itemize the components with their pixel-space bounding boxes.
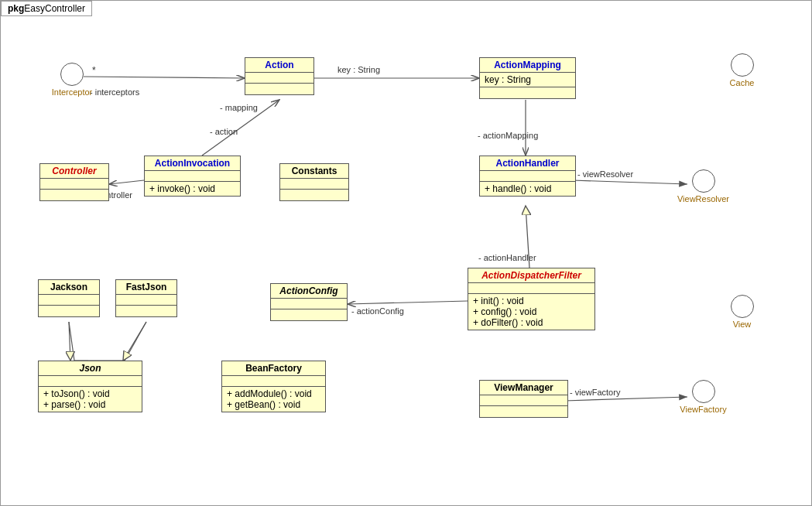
class-ActionDispatcherFilter: ActionDispatcherFilter + init() : void+ … [468, 268, 595, 330]
interface-ViewResolver: ViewResolver [674, 169, 732, 203]
pkg-keyword: pkg [8, 3, 24, 14]
svg-line-19 [348, 301, 468, 304]
class-Json-attrs [39, 376, 142, 387]
class-ActionDispatcherFilter-methods: + init() : void+ config() : void+ doFilt… [468, 294, 594, 330]
interface-Cache: Cache [721, 53, 763, 87]
class-ActionMapping-methods [480, 87, 575, 98]
class-FastJson-attrs [116, 295, 176, 306]
class-Jackson-title: Jackson [39, 280, 99, 295]
class-ViewManager: ViewManager [479, 380, 568, 418]
svg-text:- action: - action [210, 127, 238, 136]
class-ActionHandler-methods: + handle() : void [480, 182, 575, 196]
svg-line-27 [564, 397, 687, 401]
class-ActionHandler-title: ActionHandler [480, 156, 575, 171]
svg-text:- actionHandler: - actionHandler [478, 253, 536, 262]
view-circle [731, 295, 754, 318]
class-Json: Json + toJson() : void+ parse() : void [38, 361, 142, 412]
package-label: pkgEasyController [1, 1, 92, 16]
class-ActionInvocation: ActionInvocation + invoke() : void [144, 156, 241, 197]
class-Constants: Constants [279, 163, 349, 201]
class-FastJson-methods [116, 306, 176, 316]
class-Action-methods [245, 84, 313, 94]
diagram-container: pkgEasyController * - inte [0, 0, 812, 506]
svg-text:- viewFactory: - viewFactory [570, 388, 621, 397]
svg-line-17 [526, 206, 529, 268]
viewresolver-circle [692, 169, 715, 193]
class-ActionConfig-title: ActionConfig [271, 284, 347, 299]
class-Jackson-methods [39, 306, 99, 316]
svg-text:key : String: key : String [337, 65, 380, 74]
class-Constants-attrs [280, 179, 348, 190]
interface-ViewFactory: ViewFactory [674, 380, 732, 414]
class-Json-title: Json [39, 361, 142, 376]
class-Jackson: Jackson [38, 279, 100, 317]
class-ActionInvocation-title: ActionInvocation [145, 156, 240, 171]
class-ActionMapping-attrs: key : String [480, 73, 575, 87]
class-Action-title: Action [245, 58, 313, 73]
interceptor-circle [60, 63, 84, 86]
class-ActionInvocation-methods: + invoke() : void [145, 182, 240, 196]
svg-line-8 [202, 100, 279, 156]
class-Controller-title: Controller [40, 164, 108, 179]
class-BeanFactory-attrs [222, 376, 325, 387]
class-Controller-methods [40, 190, 108, 200]
class-FastJson-title: FastJson [116, 280, 176, 295]
class-ActionHandler: ActionHandler + handle() : void [479, 156, 576, 197]
class-ActionHandler-attrs [480, 171, 575, 182]
interface-View: View [721, 295, 763, 329]
svg-line-12 [109, 180, 144, 184]
viewresolver-label: ViewResolver [674, 194, 732, 203]
class-Json-methods: + toJson() : void+ parse() : void [39, 387, 142, 412]
class-Controller-attrs [40, 179, 108, 190]
class-BeanFactory: BeanFactory + addModule() : void+ getBea… [221, 361, 326, 412]
cache-circle [731, 53, 754, 77]
svg-line-22 [125, 322, 146, 361]
svg-text:- interceptors: - interceptors [90, 87, 140, 97]
class-Action-attrs [245, 73, 313, 84]
class-ViewManager-methods [480, 406, 567, 417]
view-label: View [721, 320, 763, 329]
class-ViewManager-attrs [480, 395, 567, 406]
class-ViewManager-title: ViewManager [480, 381, 567, 395]
interceptor-label: Interceptor [49, 87, 95, 97]
class-ActionMapping-title: ActionMapping [480, 58, 575, 73]
class-FastJson: FastJson [115, 279, 177, 317]
class-ActionMapping: ActionMapping key : String [479, 57, 576, 99]
class-Jackson-attrs [39, 295, 99, 306]
svg-line-15 [572, 180, 687, 184]
class-BeanFactory-methods: + addModule() : void+ getBean() : void [222, 387, 325, 412]
svg-line-26 [123, 322, 146, 361]
svg-line-25 [69, 322, 70, 361]
cache-label: Cache [721, 78, 763, 87]
svg-text:- actionMapping: - actionMapping [478, 131, 538, 140]
svg-line-21 [69, 322, 74, 361]
class-ActionInvocation-attrs [145, 171, 240, 182]
class-ActionConfig: ActionConfig [270, 283, 348, 321]
class-Constants-title: Constants [280, 164, 348, 179]
class-ActionDispatcherFilter-attrs [468, 283, 594, 294]
interface-Interceptor: Interceptor [49, 63, 95, 97]
svg-line-3 [84, 77, 245, 78]
svg-text:- viewResolver: - viewResolver [577, 169, 633, 179]
svg-text:- mapping: - mapping [220, 103, 258, 112]
viewfactory-label: ViewFactory [674, 405, 732, 414]
viewfactory-circle [692, 380, 715, 403]
class-ActionConfig-methods [271, 309, 347, 320]
class-ActionDispatcherFilter-title: ActionDispatcherFilter [468, 268, 594, 283]
class-BeanFactory-title: BeanFactory [222, 361, 325, 376]
class-ActionConfig-attrs [271, 299, 347, 309]
pkg-name: EasyController [24, 3, 85, 14]
class-Controller: Controller [39, 163, 109, 201]
svg-text:- actionConfig: - actionConfig [351, 306, 404, 316]
arrows-svg: * - interceptors key : String - action -… [1, 1, 812, 506]
class-Constants-methods [280, 190, 348, 200]
class-Action: Action [245, 57, 314, 95]
